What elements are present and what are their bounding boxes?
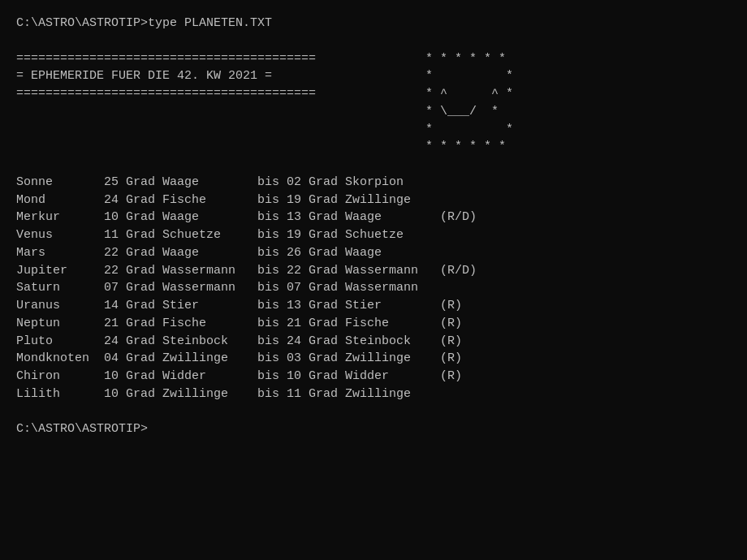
terminal-output: C:\ASTRO\ASTROTIP>type PLANETEN.TXT ====… <box>16 15 731 438</box>
